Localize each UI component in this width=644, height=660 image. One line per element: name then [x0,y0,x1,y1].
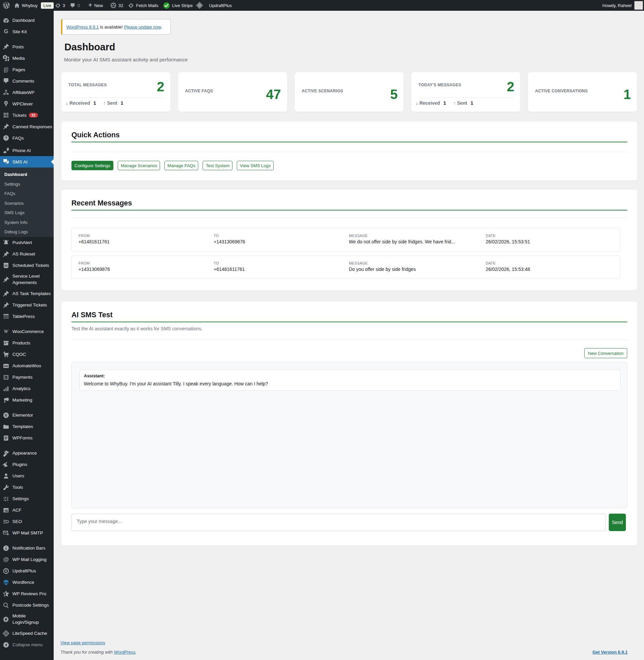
svg-text:WPC: WPC [5,102,7,103]
svg-text:?: ? [5,136,7,140]
svg-text:AW: AW [4,365,8,368]
svg-text:$: $ [5,375,7,379]
